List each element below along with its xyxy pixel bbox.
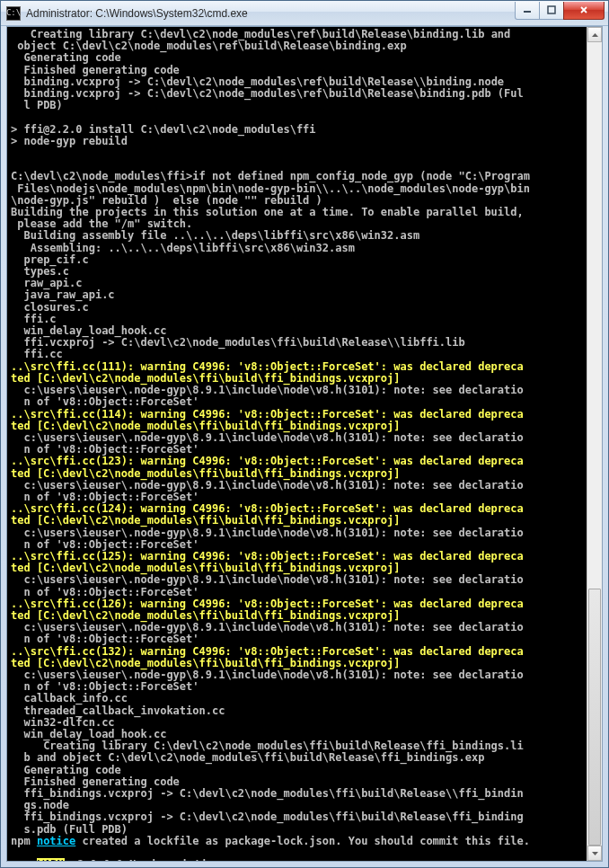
close-icon <box>579 5 588 14</box>
titlebar[interactable]: C:\ Administrator: C:\Windows\System32\c… <box>1 1 608 26</box>
chevron-down-icon <box>592 852 598 855</box>
scroll-down-button[interactable] <box>587 846 602 861</box>
scroll-thumb[interactable] <box>588 589 601 846</box>
window-title: Administrator: C:\Windows\System32\cmd.e… <box>26 7 516 20</box>
chevron-up-icon <box>592 33 598 37</box>
console-output[interactable]: Creating library C:\devl\c2\node_modules… <box>7 27 602 861</box>
maximize-icon <box>547 5 556 14</box>
vertical-scrollbar[interactable] <box>587 27 602 861</box>
window-controls <box>516 2 605 20</box>
cmd-icon: C:\ <box>6 6 21 21</box>
maximize-button[interactable] <box>539 2 564 20</box>
cmd-window: C:\ Administrator: C:\Windows\System32\c… <box>0 0 609 868</box>
minimize-button[interactable] <box>515 2 540 20</box>
close-button[interactable] <box>563 2 605 20</box>
client-area: Creating library C:\devl\c2\node_modules… <box>6 26 603 862</box>
scroll-track[interactable] <box>587 42 602 846</box>
svg-rect-1 <box>548 6 555 13</box>
scroll-up-button[interactable] <box>587 27 602 42</box>
minimize-icon <box>523 5 532 14</box>
svg-rect-0 <box>524 11 531 13</box>
